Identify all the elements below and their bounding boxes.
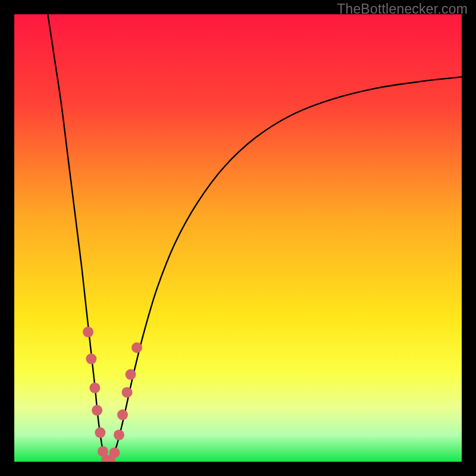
data-marker bbox=[126, 369, 136, 380]
gradient-background bbox=[14, 14, 462, 462]
data-marker bbox=[89, 383, 100, 393]
bottleneck-curve-plot bbox=[14, 14, 462, 462]
data-marker bbox=[83, 327, 93, 337]
data-marker bbox=[117, 409, 128, 420]
data-marker bbox=[92, 405, 102, 416]
data-marker bbox=[109, 447, 120, 458]
data-marker bbox=[95, 427, 105, 438]
watermark-text: TheBottlenecker.com bbox=[337, 1, 468, 17]
data-marker bbox=[131, 342, 142, 353]
chart-frame bbox=[14, 14, 462, 462]
data-marker bbox=[114, 430, 124, 440]
data-marker bbox=[86, 353, 96, 364]
data-marker bbox=[122, 387, 133, 397]
